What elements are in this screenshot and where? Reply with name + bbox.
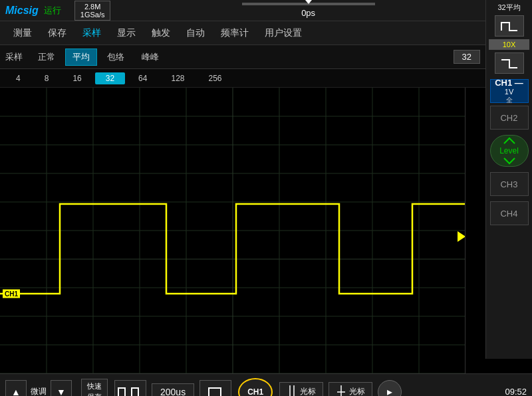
avg-opt-128[interactable]: 128 bbox=[160, 72, 195, 84]
ch1-all: 全 bbox=[506, 96, 513, 105]
menu-freq[interactable]: 频率计 bbox=[213, 25, 257, 42]
avg-opt-4[interactable]: 4 bbox=[5, 72, 31, 84]
avg-selector: 4 8 16 32 64 128 256 bbox=[0, 69, 532, 88]
sample-rate-bottom: 1GSa/s bbox=[80, 11, 105, 19]
quick-save-button[interactable]: 快速 保存 bbox=[81, 379, 108, 396]
top-bar: Micsig 运行 2.8M 1GSa/s 0ps / ①1V bbox=[0, 0, 532, 21]
ch1-label: CH1 — bbox=[495, 78, 523, 88]
ten-x-label: 10X bbox=[489, 39, 529, 50]
menu-auto[interactable]: 自动 bbox=[178, 25, 213, 42]
timebase-value: 0ps bbox=[301, 8, 315, 18]
sample-rate-top: 2.8M bbox=[80, 3, 105, 11]
dual-pulse-svg bbox=[117, 383, 144, 397]
level-button[interactable]: Level bbox=[490, 135, 529, 167]
dual-pulse-icon[interactable] bbox=[114, 380, 146, 397]
menu-trigger[interactable]: 触发 bbox=[144, 25, 178, 42]
cursor-button-2[interactable]: 光标 bbox=[329, 382, 372, 397]
ch1-voltage: 1V bbox=[505, 88, 513, 96]
avg-opt-64[interactable]: 64 bbox=[128, 72, 158, 84]
avg-opt-16[interactable]: 16 bbox=[62, 72, 92, 84]
menu-bar: 测量 保存 采样 显示 触发 自动 频率计 用户设置 bbox=[0, 21, 532, 45]
ch1-bottom-button[interactable]: CH1 bbox=[238, 378, 273, 397]
single-pulse-icon[interactable] bbox=[200, 380, 231, 397]
logo: Micsig bbox=[5, 5, 39, 17]
timebase-value-bottom[interactable]: 200us bbox=[152, 383, 194, 397]
menu-display[interactable]: 显示 bbox=[109, 25, 144, 42]
mode-average[interactable]: 平均 bbox=[65, 49, 97, 66]
ch3-button[interactable]: CH3 bbox=[490, 172, 529, 196]
more-icon: ▸ bbox=[387, 385, 392, 396]
single-pulse-svg bbox=[202, 383, 229, 397]
cursor2-icon bbox=[336, 385, 346, 397]
avg-opt-256[interactable]: 256 bbox=[198, 72, 232, 84]
menu-measure[interactable]: 测量 bbox=[5, 25, 40, 42]
waveform-display bbox=[0, 88, 465, 373]
fine-tune-up-button[interactable]: ▼ bbox=[51, 380, 72, 397]
bottom-bar: ▲ 微调 ▼ 快速 保存 200us CH1 光标 光标 ▸ bbox=[0, 373, 532, 396]
ch1-marker: CH1 bbox=[3, 290, 20, 298]
avg-value-box[interactable]: 32 bbox=[454, 50, 480, 64]
fine-tune-label: 微调 bbox=[27, 386, 51, 396]
ch1-bottom-label: CH1 bbox=[247, 387, 263, 397]
cursor1-icon bbox=[287, 385, 297, 397]
rising-edge-icon bbox=[499, 19, 520, 33]
scope-area: CH1 bbox=[0, 88, 466, 373]
quick-save-line1: 快速 bbox=[87, 382, 102, 390]
cursor2-label: 光标 bbox=[349, 386, 365, 396]
fine-tune-area: ▲ 微调 ▼ bbox=[5, 380, 72, 397]
ch1-button[interactable]: CH1 — 1V 全 bbox=[490, 79, 529, 103]
falling-edge-icon bbox=[499, 56, 520, 70]
level-chevron-up bbox=[503, 136, 516, 146]
ch2-button[interactable]: CH2 bbox=[490, 106, 529, 130]
sample-rate-box: 2.8M 1GSa/s bbox=[74, 1, 111, 21]
waveform-type-2[interactable] bbox=[495, 52, 524, 74]
mode-normal[interactable]: 正常 bbox=[31, 49, 63, 66]
level-chevron-down bbox=[503, 155, 516, 166]
ch4-button[interactable]: CH4 bbox=[490, 201, 529, 225]
avg-opt-8[interactable]: 8 bbox=[34, 72, 60, 84]
avg-label-panel: 32平均 bbox=[497, 3, 520, 13]
cursor1-label: 光标 bbox=[300, 386, 316, 396]
timebase-bar bbox=[242, 3, 375, 5]
menu-sample[interactable]: 采样 bbox=[74, 25, 109, 42]
time-display: 09:52 bbox=[505, 387, 527, 396]
sampling-bar: 采样 正常 平均 包络 峰峰 32 bbox=[0, 45, 532, 69]
fine-tune-down-button[interactable]: ▲ bbox=[5, 380, 27, 397]
mode-envelope[interactable]: 包络 bbox=[100, 49, 132, 66]
main-area: CH1 32平均 10X CH1 — 1V 全 CH2 Level bbox=[0, 88, 532, 373]
more-button[interactable]: ▸ bbox=[378, 380, 402, 397]
quick-save-line2: 保存 bbox=[87, 393, 102, 397]
svg-marker-19 bbox=[458, 231, 465, 242]
run-status: 运行 bbox=[44, 5, 61, 17]
cursor-button-1[interactable]: 光标 bbox=[279, 382, 323, 397]
level-label: Level bbox=[499, 146, 519, 155]
menu-save[interactable]: 保存 bbox=[40, 25, 74, 42]
timebase-indicator bbox=[305, 0, 312, 4]
timebase-display: 0ps bbox=[117, 3, 499, 19]
avg-opt-32[interactable]: 32 bbox=[95, 72, 125, 84]
sampling-label: 采样 bbox=[5, 51, 23, 63]
mode-peak[interactable]: 峰峰 bbox=[134, 49, 166, 66]
waveform-type-1[interactable] bbox=[495, 15, 524, 37]
menu-user-settings[interactable]: 用户设置 bbox=[257, 25, 310, 42]
right-panel: 32平均 10X CH1 — 1V 全 CH2 Level CH bbox=[485, 0, 532, 359]
